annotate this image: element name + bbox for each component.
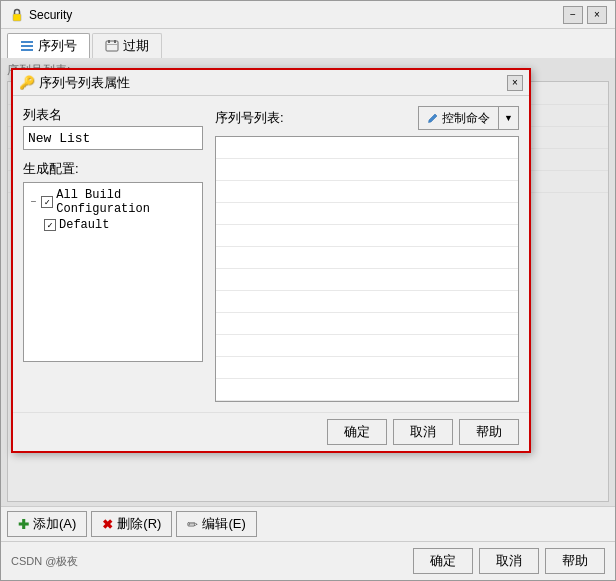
table-row [216, 335, 518, 357]
table-row [216, 159, 518, 181]
cmd-dropdown-button[interactable]: ▼ [499, 106, 519, 130]
table-row [216, 291, 518, 313]
footer-watermark: CSDN @极夜 [11, 554, 78, 569]
tree-container: − ✓ All Build Configuration ✓ Default [23, 182, 203, 362]
serial-list-label: 序列号列表: [215, 109, 284, 127]
tree-item-default-label: Default [59, 218, 109, 232]
content-area: 序列号列表: 🔑 序列号列表属性 × [1, 58, 615, 506]
table-row [216, 181, 518, 203]
control-cmd-button[interactable]: 控制命令 [418, 106, 499, 130]
tab-expired[interactable]: 过期 [92, 33, 162, 58]
tab-serial[interactable]: 序列号 [7, 33, 90, 58]
tree-expand-icon: − [28, 197, 38, 208]
dialog-title-bar: 🔑 序列号列表属性 × [13, 70, 529, 96]
key-icon: 🔑 [19, 75, 35, 90]
svg-rect-3 [21, 49, 33, 51]
bottom-toolbar: ✚ 添加(A) ✖ 删除(R) ✏ 编辑(E) [1, 506, 615, 541]
modal-overlay: 🔑 序列号列表属性 × 列表名 生成配置: [1, 58, 615, 506]
main-window: Security − × 序列号 过期 序列号列表: [0, 0, 616, 581]
title-bar-left: Security [9, 7, 72, 23]
all-build-checkbox[interactable]: ✓ [41, 196, 53, 208]
svg-rect-0 [13, 14, 21, 21]
build-config-label: 生成配置: [23, 160, 203, 178]
dialog-title: 序列号列表属性 [39, 74, 130, 92]
serial-table [215, 136, 519, 402]
dialog-left-panel: 列表名 生成配置: − ✓ All Build Configuration [23, 106, 203, 402]
lock-icon [9, 7, 25, 23]
table-row [216, 379, 518, 401]
svg-rect-1 [21, 41, 33, 43]
svg-rect-7 [106, 44, 118, 45]
edit-button[interactable]: ✏ 编辑(E) [176, 511, 256, 537]
footer-cancel-button[interactable]: 取消 [479, 548, 539, 574]
tab-serial-label: 序列号 [38, 37, 77, 55]
calendar-icon [105, 39, 119, 53]
svg-rect-5 [108, 40, 110, 43]
delete-label: 删除(R) [117, 515, 161, 533]
svg-rect-4 [106, 41, 118, 51]
title-controls: − × [563, 6, 607, 24]
dialog-right-panel: 序列号列表: 控制命令 ▼ [215, 106, 519, 402]
table-row [216, 137, 518, 159]
build-config-section: 生成配置: − ✓ All Build Configuration [23, 160, 203, 362]
svg-rect-2 [21, 45, 33, 47]
dialog-close-button[interactable]: × [507, 75, 523, 91]
edit-icon: ✏ [187, 517, 198, 532]
footer-confirm-button[interactable]: 确定 [413, 548, 473, 574]
list-name-section: 列表名 [23, 106, 203, 150]
dialog-title-left: 🔑 序列号列表属性 [19, 74, 130, 92]
tabs-bar: 序列号 过期 [1, 29, 615, 58]
dialog-confirm-button[interactable]: 确定 [327, 419, 387, 445]
add-button[interactable]: ✚ 添加(A) [7, 511, 87, 537]
minimize-button[interactable]: − [563, 6, 583, 24]
tree-item-default[interactable]: ✓ Default [28, 217, 198, 233]
title-bar: Security − × [1, 1, 615, 29]
serial-table-scroll[interactable] [216, 137, 518, 401]
table-row [216, 247, 518, 269]
right-header: 序列号列表: 控制命令 ▼ [215, 106, 519, 130]
table-row [216, 269, 518, 291]
main-footer: CSDN @极夜 确定 取消 帮助 [1, 541, 615, 580]
dialog-help-button[interactable]: 帮助 [459, 419, 519, 445]
list-name-input[interactable] [23, 126, 203, 150]
default-checkbox[interactable]: ✓ [44, 219, 56, 231]
delete-button[interactable]: ✖ 删除(R) [91, 511, 172, 537]
table-row [216, 357, 518, 379]
dialog: 🔑 序列号列表属性 × 列表名 生成配置: [11, 68, 531, 453]
table-row [216, 225, 518, 247]
control-cmd-group: 控制命令 ▼ [418, 106, 519, 130]
delete-icon: ✖ [102, 517, 113, 532]
list-name-label: 列表名 [23, 106, 203, 124]
table-row [216, 313, 518, 335]
edit-label: 编辑(E) [202, 515, 245, 533]
footer-help-button[interactable]: 帮助 [545, 548, 605, 574]
svg-rect-6 [114, 40, 116, 43]
cmd-btn-label: 控制命令 [442, 110, 490, 127]
tab-expired-label: 过期 [123, 37, 149, 55]
pencil-icon [427, 112, 439, 124]
window-title: Security [29, 8, 72, 22]
dialog-cancel-button[interactable]: 取消 [393, 419, 453, 445]
dialog-body: 列表名 生成配置: − ✓ All Build Configuration [13, 96, 529, 412]
table-row [216, 203, 518, 225]
list-icon [20, 39, 34, 53]
tree-item-all-build-label: All Build Configuration [56, 188, 198, 216]
tree-item-all-build[interactable]: − ✓ All Build Configuration [28, 187, 198, 217]
close-button[interactable]: × [587, 6, 607, 24]
add-label: 添加(A) [33, 515, 76, 533]
plus-icon: ✚ [18, 517, 29, 532]
dialog-footer: 确定 取消 帮助 [13, 412, 529, 451]
